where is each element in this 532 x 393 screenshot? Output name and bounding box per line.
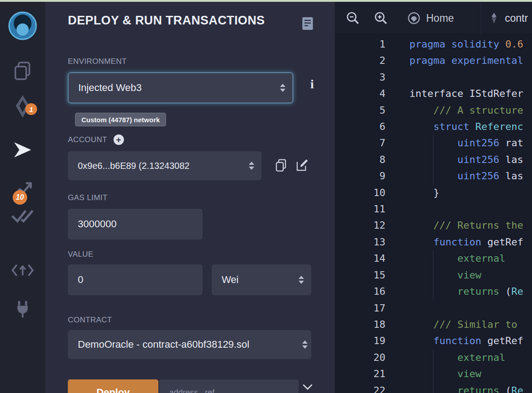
code-line[interactable]: /// Returns the bbox=[409, 217, 523, 234]
chevron-updown-icon bbox=[299, 276, 304, 284]
remix-ide-window: 1 10 bbox=[0, 0, 532, 393]
documentation-icon[interactable] bbox=[301, 16, 314, 33]
add-account-icon[interactable]: + bbox=[114, 134, 124, 145]
gas-limit-field bbox=[68, 209, 203, 240]
code-token: rat bbox=[505, 137, 523, 149]
code-line[interactable]: external bbox=[409, 350, 523, 366]
file-explorer-button[interactable] bbox=[0, 60, 45, 82]
code-line[interactable]: pragma experimental bbox=[409, 53, 523, 69]
constructor-args-input[interactable] bbox=[159, 379, 299, 393]
line-number: 3 bbox=[335, 69, 385, 86]
code-token: /// Returns the bbox=[409, 220, 523, 231]
line-number: 1 bbox=[335, 36, 385, 53]
code-line[interactable] bbox=[409, 69, 523, 86]
deploy-button[interactable]: Deploy bbox=[68, 379, 158, 393]
line-number: 17 bbox=[335, 300, 385, 316]
code-line[interactable]: function getRef bbox=[409, 333, 523, 349]
line-number: 14 bbox=[335, 250, 385, 267]
code-line[interactable]: uint256 las bbox=[409, 168, 523, 184]
zoom-out-button[interactable] bbox=[346, 11, 360, 27]
plug-icon bbox=[12, 299, 33, 320]
code-token: ( bbox=[505, 385, 511, 393]
line-number: 15 bbox=[335, 267, 385, 283]
deploy-run-button[interactable] bbox=[0, 139, 45, 161]
contract-select[interactable]: DemoOracle - contract-a60bf38129.sol bbox=[68, 330, 311, 359]
sourcify-button[interactable] bbox=[0, 261, 45, 280]
code-line[interactable]: pragma solidity 0.6 bbox=[409, 36, 523, 53]
code-line[interactable] bbox=[409, 300, 523, 316]
plugin-manager-button[interactable] bbox=[0, 299, 45, 320]
code-line[interactable]: } bbox=[409, 185, 523, 201]
code-line[interactable]: /// A structure bbox=[409, 102, 523, 119]
code-token: interface IStdRefer bbox=[409, 88, 523, 99]
value-field bbox=[68, 264, 203, 295]
icon-sidebar: 1 10 bbox=[0, 2, 45, 393]
value-unit: Wei bbox=[222, 274, 239, 286]
code-line[interactable]: returns (Re bbox=[409, 283, 523, 300]
edit-account-icon[interactable] bbox=[295, 158, 309, 175]
deploy-run-icon bbox=[11, 139, 34, 161]
contract-label: CONTRACT bbox=[68, 316, 112, 325]
code-line[interactable]: external bbox=[409, 250, 523, 267]
environment-select[interactable]: Injected Web3 bbox=[68, 72, 293, 103]
panel-title: DEPLOY & RUN TRANSACTIONS bbox=[68, 14, 294, 28]
line-number: 18 bbox=[335, 316, 385, 333]
line-number: 22 bbox=[335, 383, 385, 393]
file-explorer-icon bbox=[12, 60, 33, 82]
contract-value: DemoOracle - contract-a60bf38129.sol bbox=[78, 339, 297, 350]
line-number: 11 bbox=[335, 201, 385, 217]
tab-home[interactable]: Home bbox=[407, 2, 454, 34]
copy-account-icon[interactable] bbox=[274, 158, 288, 175]
zoom-out-icon bbox=[346, 11, 360, 25]
solidity-compiler-button[interactable]: 1 bbox=[0, 94, 45, 120]
code-line[interactable] bbox=[409, 201, 523, 217]
account-label: ACCOUNT + bbox=[68, 134, 124, 145]
line-number: 21 bbox=[335, 366, 385, 382]
account-select[interactable]: 0x9e6...b6E89 (2.13243082 bbox=[68, 151, 261, 180]
code-token: getRef bbox=[487, 236, 523, 248]
unit-testing-button[interactable] bbox=[0, 206, 45, 225]
editor-tabbar: Home contr bbox=[335, 2, 532, 34]
info-icon[interactable]: i bbox=[307, 77, 318, 92]
line-number: 8 bbox=[335, 152, 385, 168]
code-line[interactable]: uint256 rat bbox=[409, 135, 523, 151]
code-token: returns bbox=[409, 385, 505, 393]
code-line[interactable]: interface IStdRefer bbox=[409, 86, 523, 102]
zoom-in-button[interactable] bbox=[374, 11, 388, 27]
line-number: 4 bbox=[335, 86, 385, 102]
code-line[interactable]: /// Similar to bbox=[409, 316, 523, 333]
code-area[interactable]: 12345678910111213141516171819202122 prag… bbox=[335, 34, 532, 393]
gas-limit-input[interactable] bbox=[68, 209, 203, 240]
code-token: uint256 bbox=[409, 137, 505, 149]
gas-limit-label: GAS LIMIT bbox=[68, 193, 108, 202]
code-token: view bbox=[409, 269, 481, 281]
code-line[interactable]: function getRef bbox=[409, 234, 523, 250]
code-line[interactable]: struct Referenc bbox=[409, 119, 523, 135]
code-token: 0.6 bbox=[505, 38, 523, 50]
code-line[interactable]: view bbox=[409, 366, 523, 382]
value-unit-select[interactable]: Wei bbox=[212, 264, 311, 295]
environment-label: ENVIRONMENT bbox=[68, 57, 127, 66]
code-token: uint256 bbox=[409, 170, 505, 182]
chevron-updown-icon bbox=[301, 339, 309, 350]
line-number: 6 bbox=[335, 119, 385, 135]
code-token: Referenc bbox=[475, 121, 523, 132]
line-number: 2 bbox=[335, 53, 385, 69]
expand-args-icon[interactable] bbox=[301, 383, 314, 393]
tab-contract[interactable]: contr bbox=[489, 2, 532, 34]
account-value: 0x9e6...b6E89 (2.13243082 bbox=[78, 161, 190, 171]
value-input[interactable] bbox=[68, 264, 203, 295]
analysis-button[interactable]: 10 bbox=[0, 178, 45, 201]
compiler-badge: 1 bbox=[25, 103, 37, 115]
code-line[interactable]: returns (Re bbox=[409, 383, 523, 393]
code-token: /// A structure bbox=[409, 105, 523, 116]
code-line[interactable]: view bbox=[409, 267, 523, 283]
line-number: 19 bbox=[335, 333, 385, 349]
code-line[interactable]: uint256 las bbox=[409, 152, 523, 168]
line-number: 13 bbox=[335, 234, 385, 250]
code-token: pragma experimental bbox=[409, 55, 523, 66]
double-check-icon bbox=[10, 206, 35, 225]
zoom-in-icon bbox=[374, 11, 388, 25]
code-token: uint256 bbox=[409, 154, 505, 165]
line-number: 5 bbox=[335, 102, 385, 119]
